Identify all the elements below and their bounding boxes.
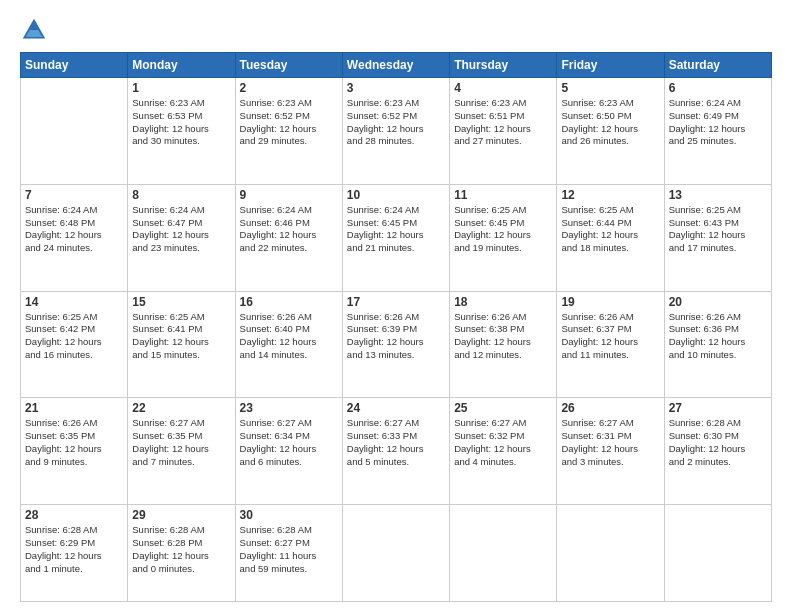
day-number: 20 [669, 295, 767, 309]
calendar-day-cell: 17Sunrise: 6:26 AM Sunset: 6:39 PM Dayli… [342, 291, 449, 398]
page: SundayMondayTuesdayWednesdayThursdayFrid… [0, 0, 792, 612]
day-number: 17 [347, 295, 445, 309]
day-info: Sunrise: 6:24 AM Sunset: 6:48 PM Dayligh… [25, 204, 123, 255]
day-number: 7 [25, 188, 123, 202]
day-info: Sunrise: 6:25 AM Sunset: 6:42 PM Dayligh… [25, 311, 123, 362]
day-number: 25 [454, 401, 552, 415]
day-info: Sunrise: 6:28 AM Sunset: 6:28 PM Dayligh… [132, 524, 230, 575]
calendar-day-cell: 24Sunrise: 6:27 AM Sunset: 6:33 PM Dayli… [342, 398, 449, 505]
calendar-day-cell [450, 505, 557, 602]
calendar-day-header: Sunday [21, 53, 128, 78]
calendar-day-cell: 27Sunrise: 6:28 AM Sunset: 6:30 PM Dayli… [664, 398, 771, 505]
day-info: Sunrise: 6:27 AM Sunset: 6:33 PM Dayligh… [347, 417, 445, 468]
calendar-week-row: 21Sunrise: 6:26 AM Sunset: 6:35 PM Dayli… [21, 398, 772, 505]
calendar-week-row: 14Sunrise: 6:25 AM Sunset: 6:42 PM Dayli… [21, 291, 772, 398]
day-number: 11 [454, 188, 552, 202]
day-info: Sunrise: 6:26 AM Sunset: 6:36 PM Dayligh… [669, 311, 767, 362]
calendar-header-row: SundayMondayTuesdayWednesdayThursdayFrid… [21, 53, 772, 78]
day-number: 12 [561, 188, 659, 202]
day-number: 5 [561, 81, 659, 95]
day-number: 19 [561, 295, 659, 309]
day-info: Sunrise: 6:24 AM Sunset: 6:45 PM Dayligh… [347, 204, 445, 255]
day-number: 16 [240, 295, 338, 309]
calendar-day-cell: 15Sunrise: 6:25 AM Sunset: 6:41 PM Dayli… [128, 291, 235, 398]
day-number: 10 [347, 188, 445, 202]
day-info: Sunrise: 6:27 AM Sunset: 6:32 PM Dayligh… [454, 417, 552, 468]
day-number: 24 [347, 401, 445, 415]
calendar-day-cell: 23Sunrise: 6:27 AM Sunset: 6:34 PM Dayli… [235, 398, 342, 505]
header [20, 16, 772, 44]
day-info: Sunrise: 6:25 AM Sunset: 6:44 PM Dayligh… [561, 204, 659, 255]
calendar-day-header: Wednesday [342, 53, 449, 78]
day-number: 14 [25, 295, 123, 309]
day-number: 27 [669, 401, 767, 415]
calendar-day-cell: 18Sunrise: 6:26 AM Sunset: 6:38 PM Dayli… [450, 291, 557, 398]
day-info: Sunrise: 6:23 AM Sunset: 6:53 PM Dayligh… [132, 97, 230, 148]
calendar-day-cell: 8Sunrise: 6:24 AM Sunset: 6:47 PM Daylig… [128, 184, 235, 291]
calendar-day-cell: 9Sunrise: 6:24 AM Sunset: 6:46 PM Daylig… [235, 184, 342, 291]
day-number: 13 [669, 188, 767, 202]
calendar-day-cell: 6Sunrise: 6:24 AM Sunset: 6:49 PM Daylig… [664, 78, 771, 185]
day-info: Sunrise: 6:28 AM Sunset: 6:27 PM Dayligh… [240, 524, 338, 575]
day-info: Sunrise: 6:28 AM Sunset: 6:29 PM Dayligh… [25, 524, 123, 575]
calendar-day-cell: 3Sunrise: 6:23 AM Sunset: 6:52 PM Daylig… [342, 78, 449, 185]
day-number: 28 [25, 508, 123, 522]
calendar-day-cell: 1Sunrise: 6:23 AM Sunset: 6:53 PM Daylig… [128, 78, 235, 185]
day-info: Sunrise: 6:23 AM Sunset: 6:50 PM Dayligh… [561, 97, 659, 148]
calendar-week-row: 7Sunrise: 6:24 AM Sunset: 6:48 PM Daylig… [21, 184, 772, 291]
day-info: Sunrise: 6:25 AM Sunset: 6:45 PM Dayligh… [454, 204, 552, 255]
calendar-day-header: Saturday [664, 53, 771, 78]
logo [20, 16, 52, 44]
calendar-day-cell: 13Sunrise: 6:25 AM Sunset: 6:43 PM Dayli… [664, 184, 771, 291]
day-number: 23 [240, 401, 338, 415]
day-info: Sunrise: 6:23 AM Sunset: 6:52 PM Dayligh… [347, 97, 445, 148]
calendar-day-cell: 30Sunrise: 6:28 AM Sunset: 6:27 PM Dayli… [235, 505, 342, 602]
calendar-day-cell: 12Sunrise: 6:25 AM Sunset: 6:44 PM Dayli… [557, 184, 664, 291]
calendar-day-cell: 5Sunrise: 6:23 AM Sunset: 6:50 PM Daylig… [557, 78, 664, 185]
day-number: 18 [454, 295, 552, 309]
day-number: 9 [240, 188, 338, 202]
calendar-day-cell: 2Sunrise: 6:23 AM Sunset: 6:52 PM Daylig… [235, 78, 342, 185]
day-number: 8 [132, 188, 230, 202]
calendar-day-cell: 4Sunrise: 6:23 AM Sunset: 6:51 PM Daylig… [450, 78, 557, 185]
calendar-week-row: 1Sunrise: 6:23 AM Sunset: 6:53 PM Daylig… [21, 78, 772, 185]
day-info: Sunrise: 6:27 AM Sunset: 6:35 PM Dayligh… [132, 417, 230, 468]
day-info: Sunrise: 6:26 AM Sunset: 6:37 PM Dayligh… [561, 311, 659, 362]
day-info: Sunrise: 6:24 AM Sunset: 6:46 PM Dayligh… [240, 204, 338, 255]
day-number: 26 [561, 401, 659, 415]
day-info: Sunrise: 6:26 AM Sunset: 6:40 PM Dayligh… [240, 311, 338, 362]
day-info: Sunrise: 6:28 AM Sunset: 6:30 PM Dayligh… [669, 417, 767, 468]
calendar-day-header: Monday [128, 53, 235, 78]
calendar-day-cell: 28Sunrise: 6:28 AM Sunset: 6:29 PM Dayli… [21, 505, 128, 602]
day-number: 21 [25, 401, 123, 415]
calendar-day-cell: 29Sunrise: 6:28 AM Sunset: 6:28 PM Dayli… [128, 505, 235, 602]
logo-icon [20, 16, 48, 44]
calendar-day-cell [557, 505, 664, 602]
day-number: 30 [240, 508, 338, 522]
calendar-day-cell: 21Sunrise: 6:26 AM Sunset: 6:35 PM Dayli… [21, 398, 128, 505]
day-info: Sunrise: 6:25 AM Sunset: 6:43 PM Dayligh… [669, 204, 767, 255]
day-number: 3 [347, 81, 445, 95]
day-number: 6 [669, 81, 767, 95]
day-info: Sunrise: 6:26 AM Sunset: 6:35 PM Dayligh… [25, 417, 123, 468]
day-info: Sunrise: 6:24 AM Sunset: 6:49 PM Dayligh… [669, 97, 767, 148]
calendar-day-header: Tuesday [235, 53, 342, 78]
calendar-day-cell: 20Sunrise: 6:26 AM Sunset: 6:36 PM Dayli… [664, 291, 771, 398]
day-info: Sunrise: 6:27 AM Sunset: 6:34 PM Dayligh… [240, 417, 338, 468]
calendar-day-cell: 16Sunrise: 6:26 AM Sunset: 6:40 PM Dayli… [235, 291, 342, 398]
calendar-week-row: 28Sunrise: 6:28 AM Sunset: 6:29 PM Dayli… [21, 505, 772, 602]
day-number: 29 [132, 508, 230, 522]
calendar-day-cell: 7Sunrise: 6:24 AM Sunset: 6:48 PM Daylig… [21, 184, 128, 291]
calendar-table: SundayMondayTuesdayWednesdayThursdayFrid… [20, 52, 772, 602]
day-info: Sunrise: 6:25 AM Sunset: 6:41 PM Dayligh… [132, 311, 230, 362]
calendar-day-cell [342, 505, 449, 602]
calendar-day-cell: 14Sunrise: 6:25 AM Sunset: 6:42 PM Dayli… [21, 291, 128, 398]
calendar-day-cell [21, 78, 128, 185]
calendar-day-cell: 25Sunrise: 6:27 AM Sunset: 6:32 PM Dayli… [450, 398, 557, 505]
day-info: Sunrise: 6:27 AM Sunset: 6:31 PM Dayligh… [561, 417, 659, 468]
day-number: 2 [240, 81, 338, 95]
calendar-day-cell [664, 505, 771, 602]
day-info: Sunrise: 6:23 AM Sunset: 6:51 PM Dayligh… [454, 97, 552, 148]
calendar-day-cell: 26Sunrise: 6:27 AM Sunset: 6:31 PM Dayli… [557, 398, 664, 505]
calendar-day-cell: 22Sunrise: 6:27 AM Sunset: 6:35 PM Dayli… [128, 398, 235, 505]
